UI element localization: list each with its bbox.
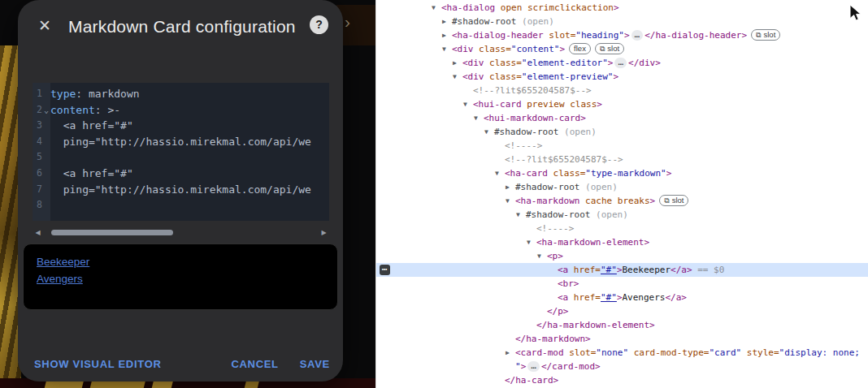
devtools-node-row[interactable]: ▼<ha-card class="type-markdown"> — [376, 166, 868, 180]
devtools-node-row[interactable]: ▼<div class="content">flex⧉slot — [376, 42, 868, 56]
devtools-node-row[interactable]: ">…</card-mod> — [376, 360, 868, 373]
expand-arrow-open-icon[interactable]: ▼ — [516, 208, 520, 222]
scroll-right-icon[interactable]: ▶ — [319, 229, 329, 236]
devtools-node-row[interactable]: </ha-markdown-element> — [376, 318, 868, 332]
scrollbar-track[interactable] — [43, 229, 319, 236]
expand-arrow-open-icon[interactable]: ▼ — [484, 125, 488, 139]
devtools-node-row[interactable]: ▼<ha-markdown cache breaks>⧉slot — [376, 194, 868, 208]
expand-arrow-open-icon[interactable]: ▼ — [453, 70, 457, 84]
devtools-node-row[interactable]: ▶#shadow-root (open) — [376, 15, 868, 28]
devtools-node-row[interactable]: ▼<ha-dialog open scrimclickaction> — [376, 1, 868, 15]
cancel-button[interactable]: CANCEL — [231, 358, 278, 370]
help-icon[interactable]: ? — [310, 15, 328, 34]
code-text — [50, 149, 329, 166]
slot-badge-icon: ⧉ — [664, 196, 669, 205]
devtools-elements-panel: ▼<ha-dialog open scrimclickaction>▶#shad… — [375, 0, 868, 388]
yaml-editor[interactable]: 1type: markdown2⌄content: >-3 <a href="#… — [33, 83, 329, 221]
inline-expand-button[interactable]: … — [527, 361, 540, 372]
devtools-node-row[interactable]: ▼<p> — [376, 249, 868, 263]
devtools-node-row[interactable]: ▼<hui-card preview class> — [376, 97, 868, 111]
scrollbar-thumb[interactable] — [51, 230, 173, 235]
code-text: ping="http://hassio.mirekmal.com/api/we — [50, 134, 329, 150]
devtools-node-row[interactable]: </ha-card> — [376, 373, 868, 387]
devtools-node-row[interactable]: ▶#shadow-root (open) — [376, 180, 868, 194]
slot-badge[interactable]: ⧉slot — [595, 43, 624, 54]
expand-arrow-closed-icon[interactable]: ▶ — [506, 346, 510, 360]
expand-arrow-open-icon[interactable]: ▼ — [442, 42, 446, 56]
slot-badge[interactable]: ⧉slot — [659, 195, 688, 206]
close-icon[interactable]: ✕ — [34, 15, 55, 37]
devtools-node-row[interactable]: ▼<ha-markdown-element> — [376, 235, 868, 249]
expand-arrow-open-icon[interactable]: ▼ — [474, 111, 478, 125]
devtools-node-row[interactable]: </p> — [376, 304, 868, 318]
line-number: 6 — [33, 166, 42, 182]
code-lines: 1type: markdown2⌄content: >-3 <a href="#… — [33, 83, 329, 213]
fold-gutter — [42, 197, 50, 213]
devtools-node-row[interactable]: <!--?lit$655204587$--> — [376, 84, 868, 97]
devtools-node-row[interactable]: ▼#shadow-root (open) — [376, 208, 868, 222]
devtools-node-row[interactable]: ▼#shadow-root (open) — [376, 125, 868, 139]
devtools-node-row[interactable]: ▶<div class="element-editor">…</div> — [376, 56, 868, 70]
fold-gutter — [42, 182, 50, 198]
fold-arrow-icon[interactable]: ⌄ — [42, 102, 50, 119]
code-text: type: markdown — [50, 86, 329, 102]
line-number: 2 — [33, 102, 42, 119]
inline-expand-button[interactable]: … — [614, 58, 627, 68]
expand-arrow-open-icon[interactable]: ▼ — [463, 97, 467, 111]
dialog-title: Markdown Card configuration — [68, 17, 296, 37]
line-number: 3 — [33, 118, 42, 134]
code-line[interactable]: 7 ping="http://hassio.mirekmal.com/api/w… — [33, 182, 329, 198]
save-button[interactable]: SAVE — [300, 358, 330, 370]
expand-arrow-open-icon[interactable]: ▼ — [527, 235, 531, 249]
chevron-right-icon: › — [345, 13, 350, 30]
line-number: 1 — [33, 86, 42, 102]
markdown-card-config-dialog: ✕ Markdown Card configuration ? 1type: m… — [18, 0, 343, 382]
preview-link[interactable]: Avengers — [37, 270, 83, 287]
line-number: 7 — [33, 182, 42, 198]
devtools-node-row[interactable]: ⋯<a href="#">Beekeeper</a> == $0 — [376, 263, 868, 277]
devtools-node-row[interactable]: <!----> — [376, 139, 868, 153]
editor-horizontal-scrollbar[interactable]: ◀ ▶ — [33, 226, 329, 238]
code-line[interactable]: 2⌄content: >- — [33, 102, 329, 119]
show-visual-editor-button[interactable]: SHOW VISUAL EDITOR — [34, 358, 162, 370]
code-line[interactable]: 4 ping="http://hassio.mirekmal.com/api/w… — [33, 134, 329, 150]
inspect-cursor-icon — [848, 4, 861, 22]
fold-gutter — [42, 86, 50, 102]
devtools-node-row[interactable]: <a href="#">Avengers</a> — [376, 291, 868, 304]
fold-gutter — [42, 118, 50, 134]
devtools-node-row[interactable]: </ha-markdown> — [376, 332, 868, 346]
code-line[interactable]: 3 <a href="#" — [33, 118, 329, 134]
devtools-node-row[interactable]: ▼<div class="element-preview"> — [376, 70, 868, 84]
devtools-node-row[interactable]: <br> — [376, 277, 868, 291]
devtools-node-row[interactable]: <!----> — [376, 222, 868, 235]
flex-badge[interactable]: flex — [569, 43, 591, 54]
expand-arrow-open-icon[interactable]: ▼ — [432, 1, 436, 15]
inline-expand-button[interactable]: … — [631, 30, 644, 41]
code-line[interactable]: 8 — [33, 197, 329, 213]
code-text: <a href="#" — [50, 118, 329, 134]
expand-arrow-open-icon[interactable]: ▼ — [495, 166, 499, 180]
expand-arrow-open-icon[interactable]: ▼ — [506, 194, 510, 208]
slot-badge-icon: ⧉ — [600, 45, 605, 53]
node-menu-dots-icon[interactable]: ⋯ — [380, 265, 390, 275]
devtools-node-row[interactable]: ▶<ha-dialog-header slot="heading">…</ha-… — [376, 28, 868, 42]
code-line[interactable]: 1type: markdown — [33, 86, 329, 102]
expand-arrow-closed-icon[interactable]: ▶ — [442, 28, 446, 42]
line-number: 8 — [33, 197, 42, 213]
preview-link[interactable]: Beekeeper — [37, 253, 89, 270]
devtools-node-row[interactable]: <!--?lit$655204587$--> — [376, 153, 868, 166]
code-line[interactable]: 5 — [33, 149, 329, 166]
slot-badge-icon: ⧉ — [756, 31, 761, 39]
line-number: 5 — [33, 149, 42, 166]
expand-arrow-closed-icon[interactable]: ▶ — [442, 15, 446, 28]
code-text: ping="http://hassio.mirekmal.com/api/we — [50, 182, 329, 198]
devtools-node-row[interactable]: ▶<card-mod slot="none" card-mod-type="ca… — [376, 346, 868, 360]
scroll-left-icon[interactable]: ◀ — [33, 229, 43, 236]
slot-badge[interactable]: ⧉slot — [751, 29, 780, 41]
fold-gutter — [42, 149, 50, 166]
expand-arrow-closed-icon[interactable]: ▶ — [506, 180, 510, 194]
devtools-node-row[interactable]: ▼<hui-markdown-card> — [376, 111, 868, 125]
expand-arrow-open-icon[interactable]: ▼ — [537, 249, 541, 263]
expand-arrow-closed-icon[interactable]: ▶ — [453, 56, 457, 70]
code-line[interactable]: 6 <a href="#" — [33, 166, 329, 182]
